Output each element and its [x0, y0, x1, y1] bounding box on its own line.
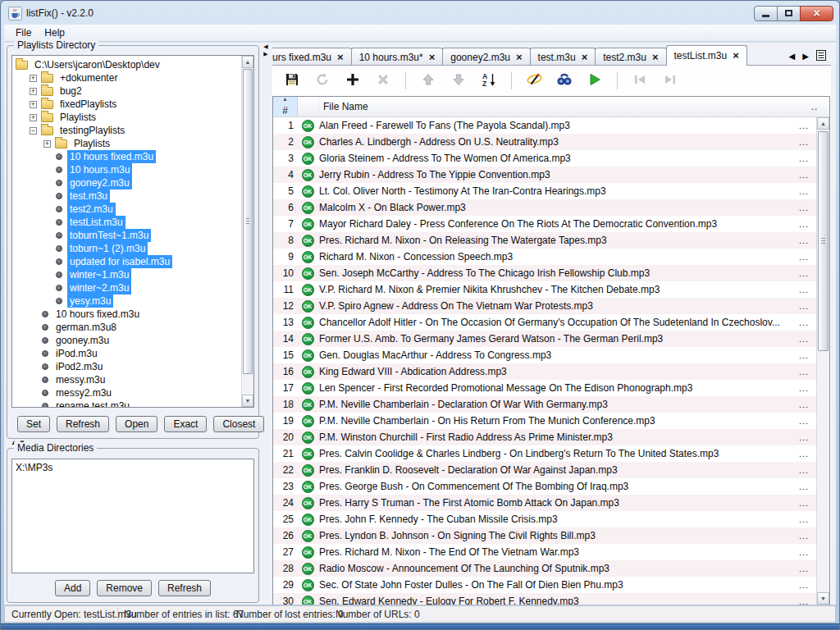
tree-item-messy-m3u[interactable]: messy.m3u	[12, 373, 241, 386]
close-tab-icon[interactable]: ×	[733, 51, 739, 61]
expand-icon[interactable]: +	[30, 75, 37, 82]
tree-item-winter-2-m3u[interactable]: winter~2.m3u	[12, 281, 241, 294]
tree-folder-playlists[interactable]: +Playlists	[12, 111, 241, 124]
tree-item-toburn-1-2-m3u[interactable]: toburn~1 (2).m3u	[12, 242, 241, 255]
row-more-button[interactable]: ...	[792, 580, 816, 590]
row-more-button[interactable]: ...	[792, 153, 816, 163]
table-row[interactable]: 27OKPres. Richard M. Nixon - The End Of …	[273, 544, 816, 560]
row-more-button[interactable]: ...	[792, 596, 816, 605]
expand-icon[interactable]: +	[30, 88, 37, 95]
row-more-button[interactable]: ...	[792, 235, 816, 245]
close-button[interactable]: ×	[800, 6, 833, 21]
table-row[interactable]: 2OKCharles A. Lindbergh - Address On U.S…	[273, 134, 816, 150]
table-row[interactable]: 15OKGen. Douglas MacArthur - Address To …	[273, 347, 816, 363]
row-more-button[interactable]: ...	[792, 121, 816, 130]
tree-item-winter-1-m3u[interactable]: winter~1.m3u	[12, 268, 241, 281]
close-tab-icon[interactable]: ×	[429, 52, 436, 62]
row-more-button[interactable]: ...	[792, 399, 816, 409]
row-more-button[interactable]: ...	[792, 301, 816, 311]
tree-item-yesy-m3u[interactable]: yesy.m3u	[12, 294, 241, 308]
tree-item-rename-test-m3u[interactable]: rename test.m3u	[12, 399, 241, 407]
remove-media-button[interactable]: Remove	[97, 580, 152, 596]
tree-item-testlist-m3u[interactable]: testList.m3u	[12, 216, 241, 229]
save-button[interactable]	[282, 71, 302, 90]
add-button[interactable]	[343, 71, 363, 90]
row-more-button[interactable]: ...	[792, 317, 816, 327]
play-button[interactable]	[585, 71, 605, 90]
table-row[interactable]: 16OKKing Edward VIII - Abdication Addres…	[273, 363, 816, 380]
menu-help[interactable]: Help	[38, 25, 71, 40]
table-row[interactable]: 13OKChancellor Adolf Hitler - On The Occ…	[273, 314, 816, 331]
tree-item-10-hours-fixed-m3u[interactable]: 10 hours fixed.m3u	[12, 150, 241, 163]
table-scroll-up-button[interactable]: ▲	[817, 117, 829, 130]
table-row[interactable]: 23OKPres. George Bush - On Commencement …	[273, 478, 816, 495]
tree-item-ipod-m3u[interactable]: iPod.m3u	[12, 347, 241, 360]
table-row[interactable]: 10OKSen. Joseph McCarthy - Address To Th…	[273, 265, 816, 281]
scroll-tabs-left-button[interactable]: ◀	[789, 52, 796, 62]
row-more-button[interactable]: ...	[792, 498, 816, 508]
row-more-button[interactable]: ...	[792, 514, 816, 524]
tree-scrollbar-thumb[interactable]	[243, 69, 253, 374]
row-more-button[interactable]: ...	[792, 564, 816, 573]
tab-gooney2-m3u[interactable]: gooney2.m3u×	[442, 48, 530, 66]
tree-item-messy2-m3u[interactable]: messy2.m3u	[12, 386, 241, 399]
tree-item-toburntest-1-m3u[interactable]: toburnTest~1.m3u	[12, 229, 241, 242]
row-more-button[interactable]: ...	[792, 268, 816, 278]
expand-icon[interactable]: +	[30, 101, 37, 108]
close-tab-icon[interactable]: ×	[582, 52, 588, 62]
table-row[interactable]: 12OKV.P. Spiro Agnew - Address On The Vi…	[273, 298, 816, 314]
table-row[interactable]: 5OKLt. Col. Oliver North - Testimony At …	[273, 183, 816, 199]
tree-item-10-hours-m3u[interactable]: 10 hours.m3u	[12, 163, 241, 176]
tab-testlist-m3u[interactable]: testList.m3u×	[666, 45, 747, 66]
expand-icon[interactable]: +	[30, 114, 37, 121]
media-directory-item[interactable]: X:\MP3s	[16, 461, 250, 474]
row-more-button[interactable]: ...	[792, 170, 816, 180]
table-row[interactable]: 26OKPres. Lyndon B. Johnson - On Signing…	[273, 527, 816, 544]
menu-file[interactable]: File	[9, 25, 38, 40]
tree-item-updated-for-isabel-m3u[interactable]: updated for isabel.m3u	[12, 255, 241, 268]
row-more-button[interactable]: ...	[792, 416, 816, 426]
table-row[interactable]: 4OKJerry Rubin - Address To The Yippie C…	[273, 167, 816, 183]
row-more-button[interactable]: ...	[792, 350, 816, 360]
column-header-status[interactable]	[298, 97, 319, 116]
refresh-button[interactable]: Refresh	[57, 416, 109, 432]
tree-scroll-up-button[interactable]: ▲	[242, 56, 253, 68]
tree-folder-testingplaylists[interactable]: −testingPlaylists	[12, 124, 241, 137]
table-row[interactable]: 19OKP.M. Neville Chamberlain - On His Re…	[273, 413, 816, 429]
table-row[interactable]: 17OKLen Spencer - First Recorded Promoti…	[273, 380, 816, 396]
scroll-tabs-right-button[interactable]: ▶	[802, 52, 809, 62]
collapse-icon[interactable]: −	[30, 127, 37, 135]
row-more-button[interactable]: ...	[792, 285, 816, 294]
repair-button[interactable]	[524, 71, 544, 90]
table-scroll-down-button[interactable]: ▼	[817, 592, 829, 605]
minimize-button[interactable]	[754, 6, 778, 21]
table-row[interactable]: 24OKPres. Harry S Truman - The First Ato…	[273, 495, 816, 511]
tree-folder-fixedplaylists[interactable]: +fixedPlaylists	[12, 98, 241, 111]
open-button[interactable]: Open	[116, 416, 158, 432]
table-row[interactable]: 22OKPres. Franklin D. Roosevelt - Declar…	[273, 462, 816, 478]
row-more-button[interactable]: ...	[792, 547, 816, 557]
add-media-button[interactable]: Add	[55, 580, 90, 596]
refresh-media-button[interactable]: Refresh	[158, 580, 211, 596]
close-tab-icon[interactable]: ×	[516, 52, 523, 62]
row-more-button[interactable]: ...	[792, 203, 816, 212]
closest-button[interactable]: Closest	[213, 416, 264, 432]
tree-folder-bug2[interactable]: +bug2	[12, 84, 241, 98]
tree-item-gooney2-m3u[interactable]: gooney2.m3u	[12, 176, 241, 189]
table-row[interactable]: 30OKSen. Edward Kennedy - Eulogy For Rob…	[273, 593, 816, 605]
table-row[interactable]: 8OKPres. Richard M. Nixon - On Releasing…	[273, 232, 816, 249]
table-row[interactable]: 3OKGloria Steinem - Address To The Women…	[273, 150, 816, 167]
table-row[interactable]: 6OKMalcolm X - On Black Power.mp3...	[273, 199, 816, 216]
tree-item-10-hours-fixed-m3u[interactable]: 10 hours fixed.m3u	[12, 308, 241, 321]
row-more-button[interactable]: ...	[792, 465, 816, 475]
row-more-button[interactable]: ...	[792, 219, 816, 229]
close-tab-icon[interactable]: ×	[337, 52, 344, 62]
row-more-button[interactable]: ...	[792, 449, 816, 459]
find-button[interactable]	[555, 71, 574, 90]
table-row[interactable]: 1OKAlan Freed - Farewell To Fans (The Pa…	[273, 117, 816, 134]
column-header-number[interactable]: ▲#	[273, 97, 298, 116]
table-row[interactable]: 29OKSec. Of State John Foster Dulles - O…	[273, 577, 816, 593]
media-directories-list[interactable]: X:\MP3s	[11, 459, 254, 573]
row-more-button[interactable]: ...	[792, 252, 816, 262]
column-header-filename[interactable]: File Name	[319, 97, 800, 116]
